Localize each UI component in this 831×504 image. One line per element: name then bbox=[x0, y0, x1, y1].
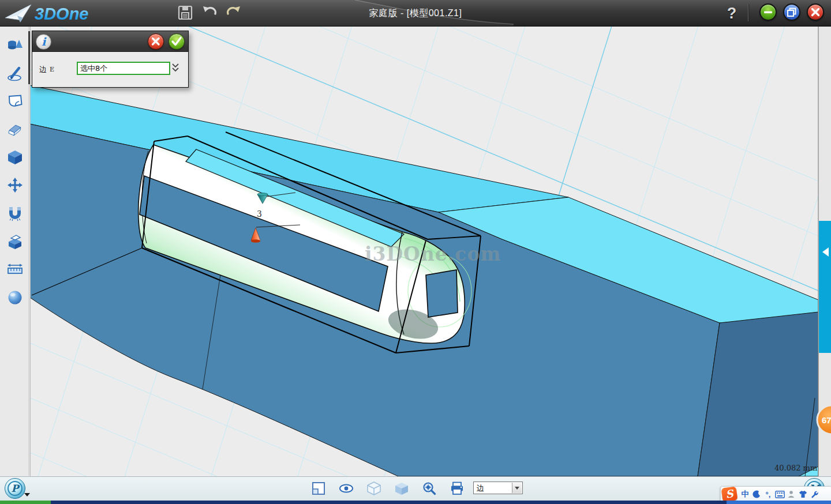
material-sphere-icon[interactable] bbox=[5, 287, 25, 308]
profile-letter: P bbox=[8, 481, 23, 496]
print-icon[interactable] bbox=[450, 481, 465, 496]
taskbar-segment-navy bbox=[51, 501, 727, 504]
field-label: 边 bbox=[39, 65, 47, 75]
move-arrows-icon[interactable] bbox=[5, 175, 25, 195]
feature-cube-icon[interactable] bbox=[5, 147, 25, 168]
model-end-opening bbox=[426, 270, 458, 317]
sidebar-scrollbar[interactable] bbox=[28, 27, 30, 476]
profile-button-left[interactable]: P bbox=[5, 478, 25, 499]
visibility-eye-icon[interactable] bbox=[339, 481, 354, 496]
display-mode-value: 边 bbox=[477, 483, 484, 494]
skin-shirt-icon[interactable] bbox=[797, 488, 808, 501]
wrench-icon[interactable] bbox=[808, 488, 820, 501]
sketch-pen-icon[interactable] bbox=[5, 63, 25, 84]
profile-caret-icon[interactable] bbox=[24, 493, 30, 497]
window-title: 家庭版 - [模型001.Z1] bbox=[369, 0, 462, 26]
sketch-plane-icon[interactable] bbox=[5, 91, 25, 111]
help-button[interactable]: ? bbox=[724, 2, 739, 23]
paper-plane-icon bbox=[3, 2, 33, 25]
dialog-header[interactable]: i bbox=[32, 31, 188, 52]
sidebar-scrollbar-thumb[interactable] bbox=[28, 31, 30, 84]
zoom-settings-icon[interactable] bbox=[422, 481, 437, 496]
titlebar-separator bbox=[748, 4, 748, 21]
application-window: 3DOne 家庭版 - [模型001.Z1] ? bbox=[0, 0, 831, 504]
left-toolbar bbox=[0, 26, 31, 476]
view-corner-icon[interactable] bbox=[311, 481, 326, 496]
viewport-3d[interactable]: 3 i3DOne.com 40.082 mm 67 bbox=[30, 26, 831, 476]
selection-input[interactable] bbox=[77, 62, 170, 75]
double-chevron-down-icon[interactable] bbox=[171, 62, 180, 74]
side-panel-tab[interactable] bbox=[819, 221, 831, 353]
save-icon[interactable] bbox=[177, 4, 194, 21]
selection-dialog: i 边 E bbox=[32, 31, 189, 88]
taskbar-segment-blue bbox=[727, 501, 831, 504]
info-icon: i bbox=[36, 34, 51, 50]
offset-handle-base[interactable] bbox=[257, 193, 268, 196]
field-key-label: E bbox=[50, 66, 54, 73]
assistant-badge-count: 67 bbox=[822, 415, 831, 425]
chinese-mode-label[interactable]: 中 bbox=[739, 488, 751, 501]
restore-button[interactable] bbox=[783, 3, 800, 21]
punctuation-icon[interactable]: °, bbox=[762, 488, 774, 501]
keyboard-icon[interactable] bbox=[774, 488, 785, 501]
title-bar: 3DOne 家庭版 - [模型001.Z1] ? bbox=[0, 0, 831, 27]
primitive-shapes-icon[interactable] bbox=[5, 35, 25, 55]
display-mode-dropdown[interactable]: 边 bbox=[473, 482, 523, 494]
shaded-cube-icon[interactable] bbox=[394, 481, 409, 496]
cancel-button[interactable] bbox=[148, 33, 164, 50]
sogou-logo-icon[interactable]: S bbox=[721, 486, 738, 502]
bottom-toolbar: P bbox=[0, 476, 831, 501]
ime-toolbar: S 中 °, bbox=[720, 486, 831, 502]
app-name: 3DOne bbox=[35, 5, 88, 23]
confirm-button[interactable] bbox=[169, 33, 185, 50]
taskbar-strip bbox=[0, 501, 831, 504]
minimize-button[interactable] bbox=[759, 3, 777, 21]
taskbar-segment-green bbox=[0, 501, 51, 504]
undo-icon[interactable] bbox=[201, 4, 218, 21]
dialog-body: 边 E bbox=[32, 52, 188, 87]
close-button[interactable] bbox=[807, 3, 824, 21]
moon-icon[interactable] bbox=[751, 488, 762, 501]
eraser-icon[interactable] bbox=[5, 119, 25, 140]
magnet-icon[interactable] bbox=[5, 203, 25, 224]
dropdown-arrow-icon[interactable] bbox=[512, 483, 522, 493]
combine-box-icon[interactable] bbox=[5, 231, 25, 252]
app-logo: 3DOne bbox=[3, 2, 113, 25]
watermark: i3DOne.com bbox=[365, 243, 501, 265]
wireframe-cube-icon[interactable] bbox=[366, 481, 381, 496]
measure-icon[interactable] bbox=[5, 259, 25, 280]
user-icon[interactable] bbox=[785, 488, 797, 501]
measurement-label: 40.082 mm bbox=[774, 464, 817, 472]
arrow-cone-base[interactable] bbox=[251, 239, 260, 243]
redo-icon[interactable] bbox=[225, 4, 242, 21]
handle-value-label: 3 bbox=[257, 209, 262, 219]
